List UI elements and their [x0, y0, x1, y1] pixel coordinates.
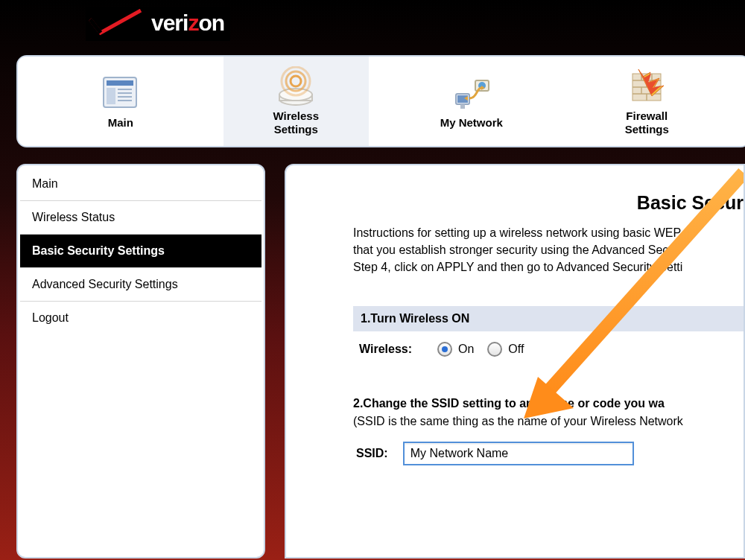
sidebar-item-advanced-security[interactable]: Advanced Security Settings [20, 268, 261, 302]
nav-firewall-settings-label: Firewall Settings [625, 109, 669, 136]
sidebar-item-main[interactable]: Main [20, 168, 261, 201]
ssid-label: SSID: [356, 447, 388, 460]
sidebar-item-logout[interactable]: Logout [20, 302, 261, 334]
sidebar: Main Wireless Status Basic Security Sett… [16, 164, 265, 559]
nav-firewall-settings[interactable]: Firewall Settings [574, 57, 720, 146]
radio-icon [437, 342, 452, 357]
verizon-check-icon [87, 9, 145, 37]
svg-rect-2 [107, 88, 115, 104]
nav-main[interactable]: Main [48, 57, 193, 146]
sidebar-item-wireless-status[interactable]: Wireless Status [20, 201, 261, 235]
wireless-settings-icon [273, 66, 319, 106]
radio-wireless-on[interactable]: On [437, 342, 474, 357]
section-2-header: 2.Change the SSID setting to any name or… [353, 397, 744, 410]
my-network-icon [448, 73, 495, 113]
section-1-header: 1.Turn Wireless ON [353, 306, 744, 331]
radio-icon [487, 342, 502, 357]
svg-rect-1 [107, 80, 133, 86]
radio-off-label: Off [508, 343, 524, 356]
wireless-label: Wireless: [359, 343, 412, 356]
top-navigation: Main Wireless Settings [16, 55, 745, 147]
nav-main-label: Main [108, 116, 133, 130]
firewall-icon [624, 66, 670, 106]
ssid-row: SSID: [353, 442, 744, 465]
nav-wireless-settings[interactable]: Wireless Settings [224, 57, 369, 146]
wireless-toggle-row: Wireless: On Off [353, 342, 744, 357]
brand-name: verizon [151, 10, 224, 36]
ssid-input[interactable] [403, 442, 634, 465]
page-title: Basic Secur [353, 192, 744, 214]
verizon-logo: verizon [86, 7, 230, 41]
radio-on-label: On [458, 343, 474, 356]
brand-header: verizon [0, 0, 745, 51]
svg-rect-15 [460, 104, 465, 109]
radio-wireless-off[interactable]: Off [487, 342, 524, 357]
nav-my-network[interactable]: My Network [399, 57, 544, 146]
main-panel: Basic Secur Instructions for setting up … [285, 164, 745, 559]
instructions-text: Instructions for setting up a wireless n… [353, 224, 744, 276]
nav-wireless-settings-label: Wireless Settings [273, 109, 319, 136]
svg-point-10 [291, 76, 301, 86]
nav-my-network-label: My Network [440, 116, 503, 130]
sidebar-item-basic-security[interactable]: Basic Security Settings [20, 235, 261, 268]
main-icon [98, 73, 144, 113]
ssid-description: (SSID is the same thing as the name of y… [353, 415, 744, 428]
